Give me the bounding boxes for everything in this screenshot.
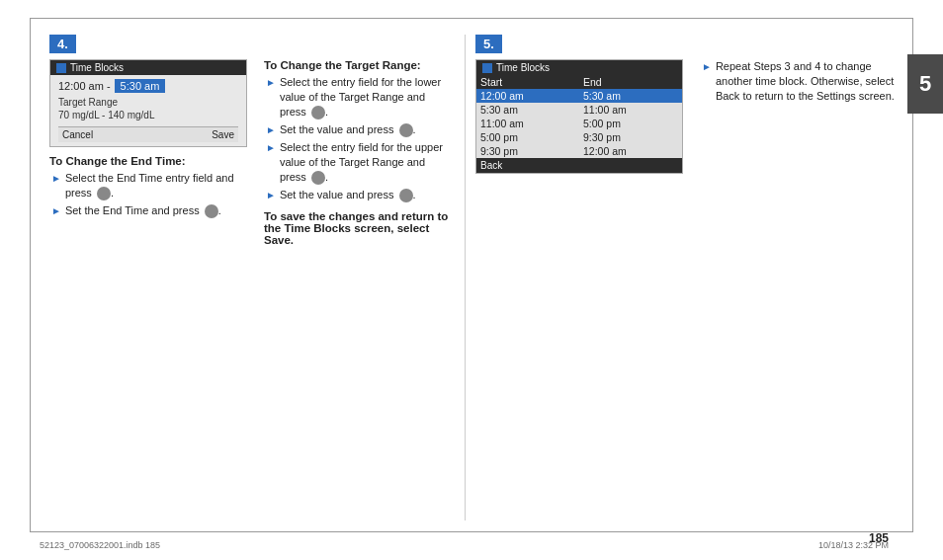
step4-section: 4. Time Blocks 12:00 am - 5:30 am Target… — [49, 35, 465, 520]
step4-title-icon — [56, 63, 66, 73]
step4-endtime-item2: ► Set the End Time and press . — [49, 203, 252, 218]
bullet5: ► — [266, 141, 276, 155]
content-area: 4. Time Blocks 12:00 am - 5:30 am Target… — [49, 35, 899, 520]
step5-section: 5. Time Blocks Start End — [465, 35, 899, 520]
step5-instruction-block: ► Repeat Steps 3 and 4 to change another… — [700, 59, 899, 104]
step4-device-screen: Time Blocks 12:00 am - 5:30 am Target Ra… — [49, 59, 247, 147]
step4-time-display: 12:00 am - — [58, 80, 111, 92]
step5-title-text: Time Blocks — [496, 62, 550, 73]
page-border-left — [30, 18, 31, 532]
step5-device-screen: Time Blocks Start End 12:00 am5:30 am5:3… — [475, 59, 683, 174]
table-row[interactable]: 11:00 am5:00 pm — [476, 117, 682, 130]
step4-endtime-item1: ► Select the End Time entry field and pr… — [49, 171, 252, 200]
row-end-0: 5:30 am — [579, 89, 682, 103]
step4-target-label: Target Range — [58, 97, 238, 108]
step4-cancel[interactable]: Cancel — [62, 129, 93, 140]
row-end-3: 9:30 pm — [579, 130, 682, 144]
step4-end-time[interactable]: 5:30 am — [115, 79, 166, 93]
bullet3: ► — [266, 76, 276, 90]
step5-back-button[interactable]: Back — [480, 160, 502, 171]
step4-two-col: Time Blocks 12:00 am - 5:30 am Target Ra… — [49, 59, 455, 254]
step5-title-icon — [482, 63, 492, 73]
row-end-1: 11:00 am — [579, 103, 682, 117]
row-start-4: 9:30 pm — [476, 144, 579, 158]
step4-endtime-block: To Change the End Time: ► Select the End… — [49, 155, 252, 218]
step4-instructions-col: To Change the Target Range: ► Select the… — [264, 59, 455, 254]
step5-instructions-col: ► Repeat Steps 3 and 4 to change another… — [700, 59, 899, 182]
step5-device-col: Time Blocks Start End 12:00 am5:30 am5:3… — [475, 59, 688, 182]
row-end-2: 5:00 pm — [579, 117, 682, 130]
step4-time-row: 12:00 am - 5:30 am — [58, 79, 238, 93]
chapter-number: 5 — [919, 71, 931, 97]
step4-device-footer: Cancel Save — [58, 126, 238, 142]
btn-icon-5 — [311, 171, 325, 185]
page-border-top — [30, 18, 913, 19]
step4-tr-item4: ► Set the value and press . — [264, 188, 455, 202]
table-row[interactable]: 5:00 pm9:30 pm — [476, 130, 682, 144]
step4-titlebar: Time Blocks — [50, 60, 246, 75]
row-start-0: 12:00 am — [476, 89, 579, 103]
btn-icon-6 — [399, 189, 413, 202]
step5-titlebar: Time Blocks — [476, 60, 682, 75]
step5-item1: ► Repeat Steps 3 and 4 to change another… — [700, 59, 899, 104]
step4-title-text: Time Blocks — [70, 62, 124, 73]
row-start-1: 5:30 am — [476, 103, 579, 117]
btn-icon-3 — [311, 106, 325, 120]
step4-tr-item3: ► Select the entry field for the upper v… — [264, 140, 455, 185]
bullet6: ► — [266, 189, 276, 202]
btn-icon-4 — [399, 123, 413, 137]
chapter-tab: 5 — [907, 54, 943, 114]
col-start-header: Start — [476, 75, 579, 89]
row-start-3: 5:00 pm — [476, 130, 579, 144]
step4-body: 12:00 am - 5:30 am Target Range 70 mg/dL… — [50, 75, 246, 146]
step4-target-values: 70 mg/dL - 140 mg/dL — [58, 110, 238, 120]
step4-tr-item2: ► Set the value and press . — [264, 122, 455, 137]
table-row[interactable]: 9:30 pm12:00 am — [476, 144, 682, 158]
row-end-4: 12:00 am — [579, 144, 682, 158]
step5-badge: 5. — [475, 35, 502, 53]
btn-icon-1 — [97, 187, 111, 200]
table-row[interactable]: 12:00 am5:30 am — [476, 89, 682, 103]
step4-device-col: Time Blocks 12:00 am - 5:30 am Target Ra… — [49, 59, 252, 254]
bullet2: ► — [51, 204, 61, 218]
step4-targetrange-title: To Change the Target Range: — [264, 59, 455, 71]
step4-endtime-title: To Change the End Time: — [49, 155, 252, 167]
page-border-bottom — [30, 531, 913, 532]
step4-save[interactable]: Save — [212, 129, 234, 140]
step5-table: Start End 12:00 am5:30 am5:30 am11:00 am… — [476, 75, 682, 158]
table-row[interactable]: 5:30 am11:00 am — [476, 103, 682, 117]
row-start-2: 11:00 am — [476, 117, 579, 130]
step4-targetrange-block: To Change the Target Range: ► Select the… — [264, 59, 455, 202]
bullet1: ► — [51, 172, 61, 186]
step4-save-block: To save the changes and return to the Ti… — [264, 210, 455, 246]
footer-right: 10/18/13 2:32 PM — [818, 540, 889, 550]
bullet4: ► — [266, 123, 276, 137]
footer-left: 52123_07006322001.indb 185 — [40, 540, 160, 550]
step5-item1-text: Repeat Steps 3 and 4 to change another t… — [716, 59, 899, 104]
btn-icon-2 — [205, 204, 218, 218]
bullet7: ► — [702, 60, 712, 74]
step4-save-title: To save the changes and return to the Ti… — [264, 210, 455, 246]
step5-back-row: Back — [476, 158, 682, 173]
step4-tr-item1: ► Select the entry field for the lower v… — [264, 75, 455, 120]
step5-two-col: Time Blocks Start End 12:00 am5:30 am5:3… — [475, 59, 899, 182]
col-end-header: End — [579, 75, 682, 89]
step4-badge: 4. — [49, 35, 76, 53]
